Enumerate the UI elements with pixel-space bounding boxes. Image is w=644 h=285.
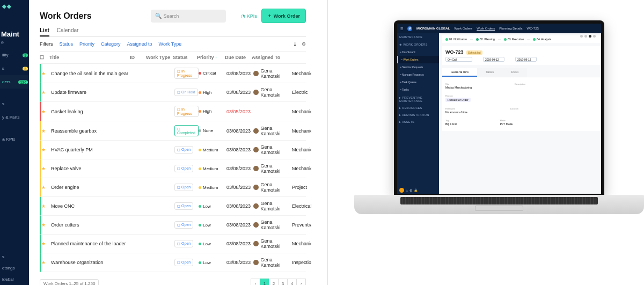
sidebar-bottom-item-0[interactable]: s — [0, 251, 29, 262]
col-title[interactable]: Title — [49, 55, 130, 60]
settings-icon[interactable]: ⚙ — [302, 41, 306, 47]
star-icon[interactable]: ★ — [41, 109, 51, 114]
table-row[interactable]: ★Order engine◻ OpenMedium03/08/2023Gena … — [40, 178, 306, 197]
export-icon[interactable]: ⤓ — [293, 41, 297, 47]
row-title: Order cutters — [51, 222, 131, 228]
dot-4[interactable] — [593, 35, 596, 38]
kpis-link[interactable]: ◔ KPIs — [241, 13, 257, 19]
star-icon[interactable]: ★ — [41, 260, 51, 265]
r-side-item-5[interactable]: • Task Queue — [397, 78, 439, 86]
table-row[interactable]: ★HVAC quarterly PM◻ OpenMedium03/08/2023… — [40, 141, 306, 159]
star-icon[interactable]: ★ — [41, 241, 51, 246]
filter-work-type[interactable]: Work Type — [159, 41, 182, 47]
col-assigned[interactable]: Assigned To — [252, 55, 290, 60]
sidebar-item-5[interactable]: y & Parts — [0, 111, 29, 124]
pager-next[interactable]: › — [296, 279, 306, 285]
col-priority[interactable]: Priority↑ — [197, 55, 225, 60]
workflow-step-0[interactable]: 01. Notification — [445, 38, 467, 41]
dot-3[interactable] — [589, 35, 591, 38]
laptop-deck — [354, 195, 644, 214]
crumb-4[interactable]: WO-723 — [527, 27, 539, 30]
loc-label: Location — [510, 107, 518, 110]
dot-2[interactable] — [584, 35, 587, 38]
star-icon[interactable]: ★ — [41, 166, 51, 171]
pager-prev[interactable]: ‹ — [251, 279, 260, 285]
home-icon[interactable]: ⌂ — [406, 189, 408, 192]
crumb-3[interactable]: Planning Details — [499, 27, 522, 30]
menu-icon[interactable]: ☰ — [400, 27, 403, 31]
lock-icon[interactable]: 🔒 — [414, 188, 418, 192]
r-side-section-2[interactable]: ▸ ADMINISTRATION — [397, 111, 439, 118]
detail-tab-1[interactable]: Tasks — [477, 68, 502, 77]
table-row[interactable]: ★Gasket leaking◻ In ProgressHigh03/05/20… — [40, 102, 306, 121]
date-input-1[interactable]: 2019-09-12 — [483, 57, 504, 62]
date-input-2[interactable]: 2019-09-12 — [515, 57, 537, 62]
avatar — [253, 147, 259, 152]
sidebar-item-7[interactable]: & KPIs — [0, 133, 29, 146]
r-side-section-1[interactable]: ▸ RESOURCES — [397, 104, 439, 111]
col-worktype[interactable]: Work Type — [146, 55, 173, 60]
table-row[interactable]: ★Change the oil seal in the main gear◻ I… — [40, 64, 306, 83]
sidebar-item-6[interactable] — [0, 124, 29, 133]
sidebar-item-0[interactable]: ility1 — [0, 48, 29, 62]
table-row[interactable]: ★Warehouse organization◻ OpenLow03/08/20… — [40, 253, 306, 272]
r-side-section-0[interactable]: ▸ PREVENTIVE MAINTENANCE — [397, 93, 439, 104]
sidebar-item-3[interactable] — [0, 89, 29, 97]
filter-assigned-to[interactable]: Assigned to — [127, 41, 152, 47]
r-side-item-6[interactable]: • Tasks — [397, 86, 439, 93]
pager-page-4[interactable]: 4 — [287, 279, 297, 285]
workflow-step-3[interactable]: 04. Analysis — [533, 38, 551, 41]
dot-1[interactable] — [580, 35, 583, 38]
pager-page-3[interactable]: 3 — [278, 279, 288, 285]
sidebar-bottom-item-2[interactable]: idebar — [0, 274, 29, 285]
col-id[interactable]: ID — [130, 55, 146, 60]
add-work-order-button[interactable]: ＋ Work Order — [261, 9, 306, 23]
table-row[interactable]: ★Update firmware◻ On HoldHigh03/08/2023G… — [40, 83, 306, 102]
detail-tab-0[interactable]: General Info — [442, 68, 477, 77]
table-row[interactable]: ★Order cutters◻ OpenLow03/08/2023Gena Ka… — [40, 216, 306, 235]
col-due[interactable]: Due Date — [225, 55, 252, 60]
sidebar-item-1[interactable]: s3 — [0, 62, 29, 75]
user-avatar[interactable] — [399, 188, 404, 193]
crumb-2[interactable]: Work Orders — [477, 27, 495, 30]
filter-category[interactable]: Category — [101, 41, 121, 47]
row-due: 03/08/2023 — [226, 128, 253, 134]
gear-icon[interactable]: ⚙ — [409, 188, 412, 192]
star-icon[interactable]: ★ — [41, 90, 51, 95]
r-side-section-3[interactable]: ▸ ASSETS — [397, 118, 439, 125]
table-row[interactable]: ★Replace valve◻ OpenMedium03/08/2023Gena… — [40, 159, 306, 178]
table-row[interactable]: ★Planned maintenance of the loader◻ Open… — [40, 235, 306, 253]
r-side-item-3[interactable]: • Service Requests — [397, 63, 439, 71]
filter-priority[interactable]: Priority — [79, 41, 94, 47]
tab-calendar[interactable]: Calendar — [57, 25, 79, 36]
filter-filters: Filters — [40, 41, 53, 47]
checkbox-all[interactable]: ☐ — [40, 55, 49, 60]
filter-status[interactable]: Status — [60, 41, 74, 47]
workflow-step-1[interactable]: 02. Planning — [476, 38, 495, 41]
r-side-item-2[interactable]: • Work Orders — [397, 56, 439, 63]
star-icon[interactable]: ★ — [41, 128, 51, 134]
r-side-item-4[interactable]: • Manage Requests — [397, 71, 439, 78]
type-select[interactable]: On-Call — [445, 57, 472, 62]
r-side-item-1[interactable]: • Dashboard — [397, 48, 439, 56]
detail-tab-2[interactable]: Reso — [502, 68, 527, 77]
sidebar-item-2[interactable]: ders124 — [0, 75, 29, 89]
sidebar-item-4[interactable]: s — [0, 97, 29, 111]
search-input[interactable]: 🔍 Search — [151, 10, 226, 23]
table-row[interactable]: ★Reassemble gearbox◻ CompletedNone03/08/… — [40, 121, 306, 141]
sidebar-bottom-item-1[interactable]: ettings — [0, 262, 29, 274]
row-status: ◻ Open — [174, 202, 199, 210]
star-icon[interactable]: ★ — [41, 185, 51, 190]
step-separator: — — [498, 38, 501, 41]
workflow-step-2[interactable]: 03. Execution — [504, 38, 524, 41]
star-icon[interactable]: ★ — [41, 203, 51, 209]
pager-page-2[interactable]: 2 — [269, 279, 279, 285]
star-icon[interactable]: ★ — [41, 71, 51, 76]
crumb-1[interactable]: Work Orders — [454, 27, 472, 30]
pager-page-1[interactable]: 1 — [260, 279, 269, 285]
table-row[interactable]: ★Move CNC◻ OpenLow03/08/2023Gena Kamotsk… — [40, 197, 306, 216]
tab-list[interactable]: List — [40, 25, 49, 36]
star-icon[interactable]: ★ — [41, 147, 51, 152]
star-icon[interactable]: ★ — [41, 222, 51, 228]
col-status[interactable]: Status — [173, 55, 197, 60]
